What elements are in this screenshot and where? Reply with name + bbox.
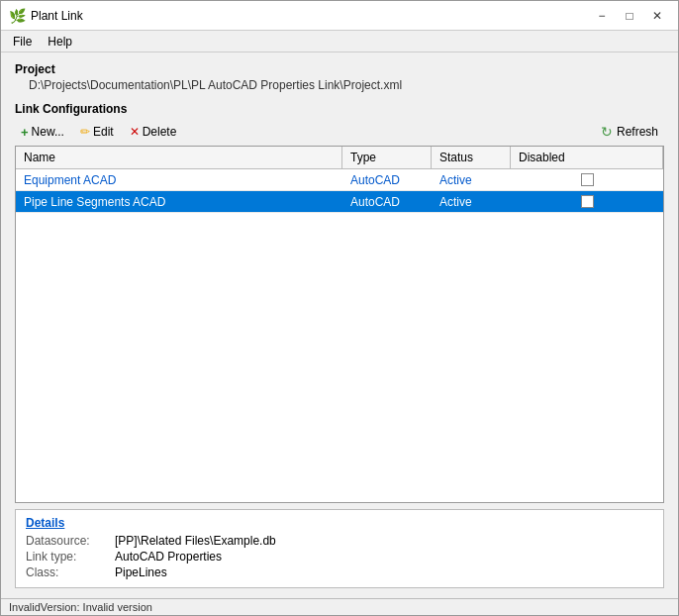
main-content: Project D:\Projects\Documentation\PL\PL … <box>1 52 678 598</box>
delete-icon: ✕ <box>130 125 140 139</box>
toolbar: + New... ✏ Edit ✕ Delete ↻ Refresh <box>15 122 664 142</box>
table-row[interactable]: Equipment ACAD AutoCAD Active <box>16 169 663 191</box>
datasource-value: [PP]\Related Files\Example.db <box>115 534 276 548</box>
edit-icon: ✏ <box>80 125 90 139</box>
detail-linktype-row: Link type: AutoCAD Properties <box>26 550 653 564</box>
table-row[interactable]: Pipe Line Segments ACAD AutoCAD Active <box>16 191 663 213</box>
configurations-table: Name Type Status Disabled Equipment ACAD… <box>15 146 664 503</box>
table-header: Name Type Status Disabled <box>16 147 663 169</box>
window-title: Plant Link <box>31 9 589 23</box>
class-value: PipeLines <box>115 565 167 579</box>
project-label: Project <box>15 62 664 76</box>
linktype-key: Link type: <box>26 550 115 564</box>
refresh-button[interactable]: ↻ Refresh <box>595 122 664 142</box>
row-1-name: Equipment ACAD <box>16 171 342 189</box>
row-1-type: AutoCAD <box>342 171 432 189</box>
details-panel: Details Datasource: [PP]\Related Files\E… <box>15 509 664 588</box>
new-icon: + <box>21 125 29 140</box>
col-disabled: Disabled <box>511 147 663 168</box>
row-2-type: AutoCAD <box>342 193 432 211</box>
menu-bar: File Help <box>1 31 678 52</box>
new-label: New... <box>32 125 64 139</box>
title-bar: 🌿 Plant Link − □ ✕ <box>1 1 678 31</box>
edit-label: Edit <box>93 125 114 139</box>
new-button[interactable]: + New... <box>15 123 70 142</box>
main-window: 🌿 Plant Link − □ ✕ File Help Project D:\… <box>0 0 679 616</box>
row-2-status: Active <box>432 193 511 211</box>
link-configurations-label: Link Configurations <box>15 102 664 116</box>
status-message: InvalidVersion: Invalid version <box>9 601 152 613</box>
row-1-status: Active <box>432 171 511 189</box>
minimize-button[interactable]: − <box>589 5 615 27</box>
col-name: Name <box>16 147 342 168</box>
row-1-checkbox[interactable] <box>581 173 594 186</box>
row-2-disabled[interactable] <box>511 193 663 210</box>
menu-file[interactable]: File <box>5 33 40 51</box>
project-path: D:\Projects\Documentation\PL\PL AutoCAD … <box>15 78 664 92</box>
col-type: Type <box>342 147 432 168</box>
datasource-key: Datasource: <box>26 534 115 548</box>
details-label: Details <box>26 516 653 530</box>
close-button[interactable]: ✕ <box>644 5 670 27</box>
row-1-disabled[interactable] <box>511 171 663 188</box>
row-2-name: Pipe Line Segments ACAD <box>16 193 342 211</box>
refresh-icon: ↻ <box>601 124 613 140</box>
class-key: Class: <box>26 565 115 579</box>
col-status: Status <box>432 147 511 168</box>
delete-label: Delete <box>143 125 177 139</box>
menu-help[interactable]: Help <box>40 33 80 51</box>
status-bar: InvalidVersion: Invalid version <box>1 598 678 615</box>
refresh-label: Refresh <box>617 125 658 139</box>
maximize-button[interactable]: □ <box>617 5 642 27</box>
table-body: Equipment ACAD AutoCAD Active Pipe Line … <box>16 169 663 502</box>
app-icon: 🌿 <box>9 8 25 24</box>
window-controls: − □ ✕ <box>589 5 670 27</box>
delete-button[interactable]: ✕ Delete <box>124 123 183 141</box>
detail-class-row: Class: PipeLines <box>26 565 653 579</box>
detail-datasource-row: Datasource: [PP]\Related Files\Example.d… <box>26 534 653 548</box>
linktype-value: AutoCAD Properties <box>115 550 222 564</box>
row-2-checkbox[interactable] <box>581 195 594 208</box>
edit-button[interactable]: ✏ Edit <box>74 123 120 141</box>
